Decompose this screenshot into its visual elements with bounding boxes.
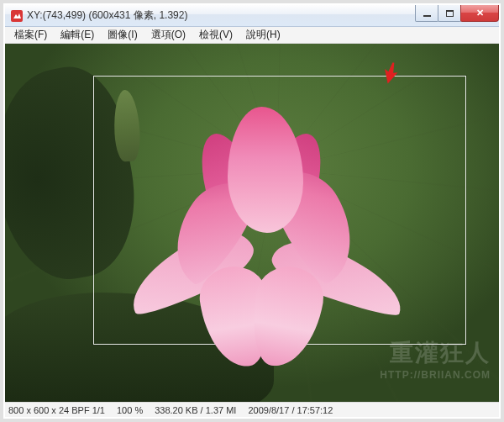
minimize-button[interactable] (415, 5, 438, 22)
menu-image[interactable]: 圖像(I) (102, 26, 143, 44)
window: XY:(743,499) (600x431 像素, 1.392) ✕ 檔案(F)… (5, 5, 499, 417)
titlebar[interactable]: XY:(743,499) (600x431 像素, 1.392) ✕ (5, 5, 499, 27)
menu-file[interactable]: 檔案(F) (8, 26, 53, 44)
maximize-button[interactable] (438, 5, 461, 22)
menu-options[interactable]: 選項(O) (145, 26, 192, 44)
window-controls: ✕ (416, 5, 499, 22)
window-title: XY:(743,499) (600x431 像素, 1.392) (27, 8, 187, 23)
status-dimensions: 800 x 600 x 24 BPF 1/1 (8, 405, 105, 415)
menu-edit[interactable]: 編輯(E) (55, 26, 100, 44)
status-datetime: 2009/8/17 / 17:57:12 (248, 405, 333, 415)
menu-help[interactable]: 說明(H) (240, 26, 286, 44)
menubar: 檔案(F) 編輯(E) 圖像(I) 選項(O) 檢視(V) 說明(H) (5, 27, 499, 44)
status-zoom: 100 % (117, 405, 143, 415)
statusbar: 800 x 600 x 24 BPF 1/1 100 % 338.20 KB /… (5, 402, 499, 417)
canvas-area[interactable]: 重灌狂人 HTTP://BRIIAN.COM (5, 44, 499, 402)
menu-view[interactable]: 檢視(V) (193, 26, 239, 44)
red-arrow-annotation (381, 62, 400, 87)
app-frame: XY:(743,499) (600x431 像素, 1.392) ✕ 檔案(F)… (0, 0, 504, 422)
app-icon (10, 9, 24, 23)
status-filesize: 338.20 KB / 1.37 MI (155, 405, 236, 415)
close-button[interactable]: ✕ (460, 5, 499, 22)
